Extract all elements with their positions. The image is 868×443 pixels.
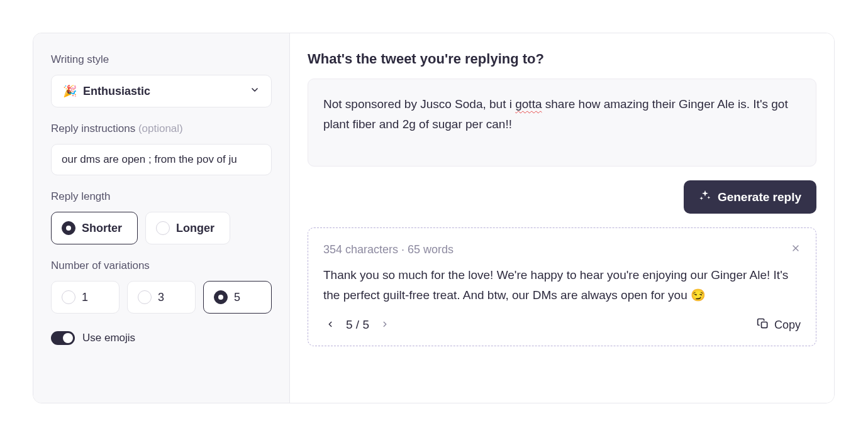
copy-button[interactable]: Copy — [757, 317, 801, 333]
reply-length-longer[interactable]: Longer — [145, 212, 230, 244]
radio-icon — [62, 290, 75, 304]
reply-instructions-input[interactable] — [51, 144, 272, 175]
char-word-count: 354 characters · 65 words — [323, 243, 453, 256]
variations-3[interactable]: 3 — [127, 281, 196, 314]
writing-style-selected: Enthusiastic — [83, 85, 150, 98]
variations-5[interactable]: 5 — [203, 281, 272, 314]
pager: 5 / 5 — [323, 317, 392, 333]
sparkles-icon — [699, 189, 711, 205]
generate-reply-button[interactable]: Generate reply — [684, 180, 816, 214]
reply-length-shorter[interactable]: Shorter — [51, 212, 138, 244]
copy-icon — [757, 317, 769, 333]
party-popper-icon: 🎉 — [63, 84, 77, 98]
sidebar: Writing style 🎉 Enthusiastic Reply instr… — [33, 33, 290, 403]
radio-icon — [62, 221, 75, 235]
radio-icon — [214, 290, 228, 304]
main-panel: What's the tweet you're replying to? Not… — [290, 33, 834, 403]
variations-label: Number of variations — [51, 260, 272, 272]
generated-reply-text: Thank you so much for the love! We're ha… — [323, 265, 801, 306]
pager-next[interactable] — [378, 317, 392, 333]
radio-icon — [156, 221, 170, 235]
pager-prev[interactable] — [323, 317, 337, 333]
app-card: Writing style 🎉 Enthusiastic Reply instr… — [33, 33, 835, 403]
svg-rect-2 — [761, 322, 767, 327]
use-emojis-toggle[interactable] — [51, 331, 75, 345]
page-title: What's the tweet you're replying to? — [308, 51, 816, 67]
chevron-down-icon — [250, 85, 260, 97]
pager-count: 5 / 5 — [346, 318, 369, 332]
use-emojis-label: Use emojis — [82, 332, 135, 344]
tweet-input[interactable]: Not sponsored by Jusco Soda, but i gotta… — [308, 79, 816, 167]
spellcheck-underline: gotta — [515, 97, 542, 111]
reply-instructions-label: Reply instructions (optional) — [51, 123, 272, 135]
reply-length-label: Reply length — [51, 190, 272, 203]
radio-icon — [138, 290, 152, 304]
writing-style-select[interactable]: 🎉 Enthusiastic — [51, 75, 272, 107]
writing-style-label: Writing style — [51, 53, 272, 66]
close-button[interactable] — [791, 243, 801, 256]
variations-1[interactable]: 1 — [51, 281, 120, 314]
result-card: 354 characters · 65 words Thank you so m… — [308, 227, 816, 346]
